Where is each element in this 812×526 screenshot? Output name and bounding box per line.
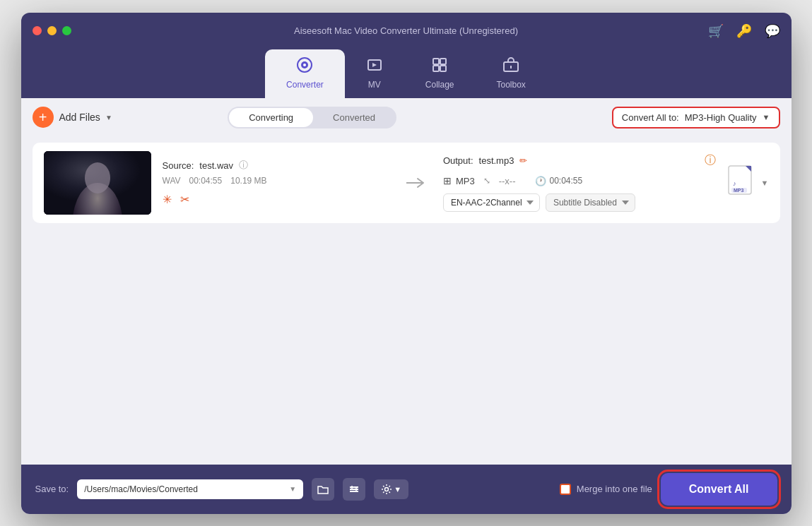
svg-point-2 — [303, 64, 306, 66]
convert-all-to-label: Convert All to: — [622, 112, 679, 123]
output-label: Output: — [443, 155, 473, 166]
add-circle-icon: + — [33, 107, 54, 128]
nav-mv[interactable]: MV — [345, 49, 404, 98]
output-format-row: ⊞ MP3 ⤡ --x-- 🕐 00:04:55 — [443, 175, 716, 186]
add-files-dropdown-arrow[interactable]: ▼ — [102, 110, 116, 124]
titlebar: Aiseesoft Mac Video Converter Ultimate (… — [21, 13, 792, 49]
nav-bar: Converter MV Collage — [21, 49, 792, 98]
file-thumbnail — [44, 151, 151, 215]
settings-icon-button[interactable] — [343, 478, 365, 501]
file-format: WAV — [163, 176, 181, 186]
svg-point-12 — [85, 162, 110, 193]
fullscreen-button[interactable] — [62, 26, 71, 35]
svg-rect-22 — [355, 488, 357, 491]
app-title: Aiseesoft Mac Video Converter Ultimate (… — [294, 25, 518, 36]
selects-row: EN-AAC-2Channel Subtitle Disabled — [443, 193, 716, 212]
edit-icon[interactable]: ✏ — [519, 155, 527, 166]
key-icon[interactable]: 🔑 — [736, 23, 752, 39]
svg-rect-5 — [440, 59, 446, 64]
status-tabs: Converting Converted — [228, 107, 396, 128]
output-bitrate: --x-- — [499, 176, 516, 186]
svg-rect-21 — [351, 486, 353, 489]
svg-rect-6 — [433, 66, 439, 71]
settings-arrow: ▼ — [394, 485, 401, 494]
svg-text:MP3: MP3 — [734, 188, 744, 193]
titlebar-icons: 🛒 🔑 💬 — [708, 23, 780, 39]
save-path-value: /Users/mac/Movies/Converted — [84, 484, 198, 494]
convert-all-to-arrow-icon: ▼ — [763, 113, 770, 121]
mv-label: MV — [368, 80, 381, 90]
mp3-icon: ♪ MP3 — [727, 165, 758, 201]
merge-section: Merge into one file — [560, 484, 652, 495]
converted-tab[interactable]: Converted — [313, 108, 395, 127]
empty-area — [21, 306, 792, 465]
subtitle-select[interactable]: Subtitle Disabled — [546, 193, 635, 212]
audio-track-select[interactable]: EN-AAC-2Channel — [443, 193, 540, 212]
file-size: 10.19 MB — [230, 176, 266, 186]
convert-all-to-value: MP3-High Quality — [685, 112, 757, 123]
output-format: MP3 — [456, 176, 475, 186]
svg-rect-18 — [350, 486, 358, 488]
format-badge: ⊞ MP3 — [443, 175, 475, 186]
toolbox-icon — [502, 56, 519, 77]
format-grid-icon: ⊞ — [443, 175, 452, 186]
open-folder-button[interactable] — [312, 478, 334, 501]
format-dropdown-arrow[interactable]: ▼ — [761, 179, 769, 187]
file-info: Source: test.wav ⓘ WAV 00:04:55 10.19 MB… — [163, 159, 389, 206]
source-filename: test.wav — [199, 160, 233, 171]
save-path-input[interactable]: /Users/mac/Movies/Converted ▼ — [77, 479, 303, 499]
collage-label: Collage — [425, 80, 454, 90]
save-to-label: Save to: — [35, 484, 69, 494]
svg-text:♪: ♪ — [733, 180, 736, 187]
converting-tab[interactable]: Converting — [229, 108, 313, 127]
cut-icon[interactable]: ✂ — [180, 193, 189, 206]
conversion-arrow — [401, 177, 432, 189]
traffic-lights — [33, 26, 71, 35]
converter-icon — [296, 56, 313, 77]
file-duration: 00:04:55 — [189, 176, 223, 186]
output-duration: 00:04:55 — [549, 176, 582, 186]
nav-toolbox[interactable]: Toolbox — [476, 49, 547, 98]
enhance-icon[interactable]: ✳ — [163, 193, 172, 206]
convert-all-button[interactable]: Convert All — [661, 473, 777, 506]
clock-icon: 🕐 — [535, 176, 546, 186]
add-files-button[interactable]: + Add Files ▼ — [33, 107, 116, 128]
output-row: Output: test.mp3 ✏ ⓘ — [443, 153, 716, 168]
output-filename: test.mp3 — [479, 155, 514, 166]
toolbar: + Add Files ▼ Converting Converted Conve… — [21, 98, 792, 137]
content-area: + Add Files ▼ Converting Converted Conve… — [21, 98, 792, 514]
svg-rect-4 — [433, 59, 439, 64]
output-info-icon[interactable]: ⓘ — [705, 153, 716, 168]
collage-icon — [431, 56, 448, 77]
nav-collage[interactable]: Collage — [404, 49, 476, 98]
convert-all-to-selector[interactable]: Convert All to: MP3-High Quality ▼ — [612, 107, 780, 128]
merge-checkbox[interactable] — [560, 484, 571, 495]
svg-rect-7 — [440, 66, 446, 71]
bottom-bar: Save to: /Users/mac/Movies/Converted ▼ — [21, 465, 792, 514]
nav-converter[interactable]: Converter — [265, 49, 345, 98]
toolbox-label: Toolbox — [497, 80, 526, 90]
cart-icon[interactable]: 🛒 — [708, 23, 724, 39]
svg-point-23 — [385, 487, 389, 491]
output-format-icon-container: ♪ MP3 ▼ — [727, 165, 769, 201]
gear-settings-button[interactable]: ▼ — [374, 479, 408, 499]
app-window: Aiseesoft Mac Video Converter Ultimate (… — [21, 13, 792, 514]
save-path-arrow: ▼ — [289, 485, 296, 493]
source-label: Source: — [163, 160, 194, 171]
output-section: Output: test.mp3 ✏ ⓘ ⊞ MP3 ⤡ --x-- 🕐 — [443, 153, 716, 212]
mv-icon — [366, 56, 383, 77]
file-meta: WAV 00:04:55 10.19 MB — [163, 176, 389, 186]
resize-icon: ⤡ — [483, 176, 490, 186]
close-button[interactable] — [33, 26, 42, 35]
merge-label: Merge into one file — [577, 484, 652, 494]
file-actions: ✳ ✂ — [163, 193, 389, 206]
minimize-button[interactable] — [47, 26, 57, 35]
svg-rect-19 — [350, 489, 358, 490]
file-source-row: Source: test.wav ⓘ — [163, 159, 389, 172]
file-list: Source: test.wav ⓘ WAV 00:04:55 10.19 MB… — [21, 137, 792, 306]
converter-label: Converter — [286, 80, 324, 90]
source-info-icon[interactable]: ⓘ — [239, 159, 248, 172]
svg-rect-20 — [350, 491, 358, 492]
add-files-label: Add Files — [59, 112, 100, 123]
chat-icon[interactable]: 💬 — [765, 23, 780, 39]
